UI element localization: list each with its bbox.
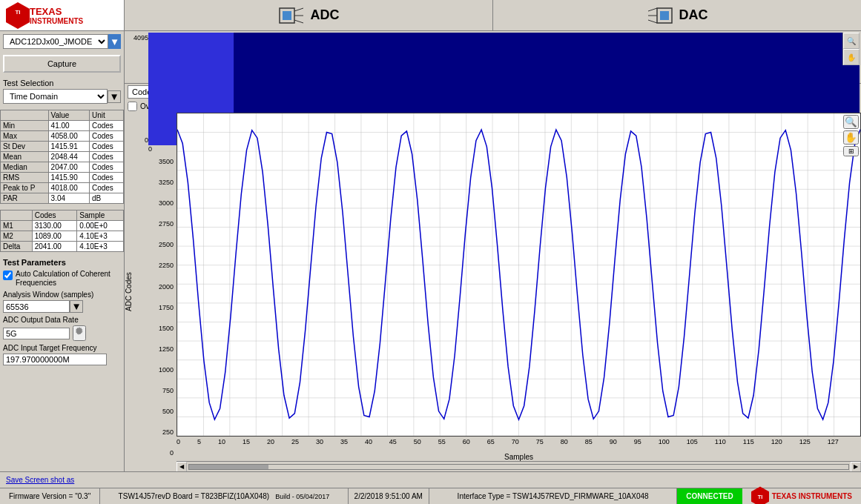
dac-tab-label: DAC: [679, 7, 708, 23]
device-arrow-btn[interactable]: ▼: [108, 34, 121, 49]
overview-pan-btn[interactable]: ✋: [843, 49, 860, 65]
meas-row-sample: 4.10E+3: [77, 242, 124, 252]
scroll-left-btn[interactable]: ◀: [177, 462, 187, 472]
device-dropdown[interactable]: ADC12DJx00_JMODE: [3, 34, 108, 49]
stats-row-unit: Codes: [89, 142, 123, 152]
analysis-window-arrow[interactable]: ▼: [70, 300, 83, 313]
meas-row-sample: 0.00E+0: [77, 221, 124, 231]
stats-row: St Dev1415.91Codes: [1, 142, 124, 152]
scroll-right-btn[interactable]: ▶: [851, 462, 861, 472]
scroll-track[interactable]: [188, 464, 849, 470]
test-selection-label: Test Selection: [3, 79, 121, 87]
svg-line-6: [294, 20, 303, 23]
stats-row-label: Peak to P: [1, 183, 49, 193]
svg-line-4: [294, 8, 303, 11]
ti-brand-instruments: INSTRUMENTS: [30, 17, 83, 25]
domain-dropdown[interactable]: Time Domain: [3, 89, 108, 104]
meas-row-label: Delta: [1, 242, 33, 252]
stats-row-value: 4058.00: [48, 131, 89, 142]
domain-arrow-btn[interactable]: ▼: [108, 90, 121, 103]
adc-icon: [278, 5, 305, 26]
main-waveform-chart: 🔍 ✋ ⊞: [177, 113, 861, 437]
meas-row-label: M2: [1, 231, 33, 242]
stats-row-unit: Codes: [89, 183, 123, 193]
datetime-label: 2/2/2018 9:51:00 AM: [354, 492, 423, 500]
firmware-section: Firmware Version = "0.3": [0, 488, 100, 504]
stats-row: Min41.00Codes: [1, 121, 124, 131]
test-params-title: Test Parameters: [3, 258, 121, 267]
svg-line-9: [648, 8, 657, 11]
dac-tab[interactable]: DAC: [493, 0, 861, 30]
adc-input-freq-input[interactable]: [3, 354, 107, 365]
meas-row-codes: 3130.00: [32, 221, 77, 231]
adc-tab[interactable]: ADC: [125, 0, 493, 30]
adc-tab-label: ADC: [311, 7, 340, 23]
stats-col-label: [1, 110, 49, 121]
chart-y-axis-title: ADC Codes: [125, 113, 133, 471]
chart-scrollbar[interactable]: ◀ ▶: [177, 461, 861, 471]
stats-row-label: Min: [1, 121, 49, 131]
auto-calc-label: Auto Calculation of Coherent Frequencies: [16, 270, 121, 288]
device-select-row: ADC12DJx00_JMODE ▼: [3, 34, 121, 49]
ti-logo-section: TI TEXAS INSTRUMENTS: [0, 0, 125, 30]
board-label: TSW14J57revD Board = T823BFIZ(10AX048): [119, 492, 270, 500]
svg-text:TI: TI: [757, 494, 762, 500]
svg-marker-0: [6, 2, 30, 29]
stats-row-value: 2047.00: [48, 162, 89, 173]
measurement-row: M21089.004.10E+3: [1, 231, 124, 242]
adc-output-rate-label: ADC Output Data Rate: [3, 316, 121, 324]
overview-zoom-btn[interactable]: 🔍: [843, 33, 860, 49]
stats-row-label: Mean: [1, 152, 49, 162]
meas-row-label: M1: [1, 221, 33, 231]
chart-zoom-btn[interactable]: 🔍: [843, 115, 859, 129]
save-screen-link[interactable]: Save Screen shot as: [0, 476, 80, 484]
capture-button[interactable]: Capture: [3, 55, 121, 73]
datetime-section: 2/2/2018 9:51:00 AM: [349, 488, 429, 504]
stats-row-unit: Codes: [89, 152, 123, 162]
stats-row-unit: dB: [89, 193, 123, 204]
ti-logo-icon: TI: [6, 2, 30, 29]
stats-row-value: 1415.90: [48, 173, 89, 183]
ti-logo-bottom: TI TEXAS INSTRUMENTS: [742, 486, 861, 505]
adc-input-freq-label: ADC Input Target Frequency: [3, 344, 121, 352]
measurement-row: M13130.000.00E+0: [1, 221, 124, 231]
ti-logo-bottom-icon: TI: [751, 486, 769, 505]
meas-col-label: [1, 210, 33, 221]
chart-x-title: Samples: [177, 451, 861, 461]
domain-select-row: Time Domain ▼: [3, 89, 121, 104]
stats-row-value: 2048.44: [48, 152, 89, 162]
board-section: TSW14J57revD Board = T823BFIZ(10AX048) B…: [100, 488, 348, 504]
meas-col-codes: Codes: [32, 210, 77, 221]
firmware-label: Firmware Version = "0.3": [9, 492, 90, 500]
overlay-checkbox[interactable]: [128, 102, 137, 111]
meas-row-codes: 2041.00: [32, 242, 77, 252]
waveform-svg: [177, 113, 860, 436]
analysis-window-input[interactable]: [3, 300, 70, 313]
stats-row-label: Max: [1, 131, 49, 142]
test-parameters-section: Test Parameters Auto Calculation of Cohe…: [3, 258, 121, 365]
status-bar: Save Screen shot as: [0, 471, 861, 488]
stats-row-unit: Codes: [89, 173, 123, 183]
gear-icon-btn[interactable]: [73, 325, 86, 341]
stats-row-value: 4018.00: [48, 183, 89, 193]
chart-pan-btn[interactable]: ✋: [843, 130, 859, 145]
adc-output-rate-input[interactable]: [3, 328, 70, 339]
stats-row-value: 41.00: [48, 121, 89, 131]
interface-section: Interface Type = TSW14J57REVD_FIRMWARE_1…: [429, 488, 677, 504]
stats-row: RMS1415.90Codes: [1, 173, 124, 183]
gear-icon: [74, 327, 85, 337]
auto-calc-checkbox[interactable]: [3, 271, 13, 280]
svg-rect-8: [660, 11, 669, 20]
stats-row-label: Median: [1, 162, 49, 173]
meas-col-sample: Sample: [77, 210, 124, 221]
stats-row: Median2047.00Codes: [1, 162, 124, 173]
stats-row: Peak to P4018.00Codes: [1, 183, 124, 193]
overview-toolbar: 🔍 ✋: [842, 33, 860, 65]
stats-col-unit: Unit: [89, 110, 123, 121]
stats-row-label: St Dev: [1, 142, 49, 152]
interface-label: Interface Type = TSW14J57REVD_FIRMWARE_1…: [458, 492, 649, 500]
chart-fit-btn[interactable]: ⊞: [843, 146, 859, 156]
scroll-thumb[interactable]: [189, 465, 268, 469]
stats-row-unit: Codes: [89, 131, 123, 142]
stats-col-value: Value: [48, 110, 89, 121]
